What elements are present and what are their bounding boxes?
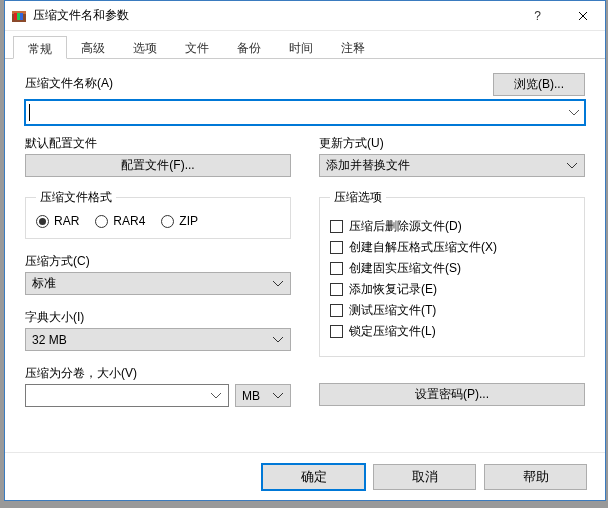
dictionary-size-label: 字典大小(I) bbox=[25, 309, 291, 326]
tab-files[interactable]: 文件 bbox=[171, 36, 223, 59]
archive-options-group: 压缩选项 压缩后删除源文件(D) 创建自解压格式压缩文件(X) 创建固实压缩文件… bbox=[319, 189, 585, 357]
radio-rar[interactable]: RAR bbox=[36, 214, 79, 228]
compression-method-select[interactable]: 标准 bbox=[25, 272, 291, 295]
cancel-button[interactable]: 取消 bbox=[373, 464, 476, 490]
svg-rect-2 bbox=[14, 13, 17, 20]
browse-button[interactable]: 浏览(B)... bbox=[493, 73, 585, 96]
profiles-button[interactable]: 配置文件(F)... bbox=[25, 154, 291, 177]
tab-options[interactable]: 选项 bbox=[119, 36, 171, 59]
archive-format-group: 压缩文件格式 RAR RAR4 ZIP bbox=[25, 189, 291, 239]
split-unit-select[interactable]: MB bbox=[235, 384, 291, 407]
archive-name-input[interactable] bbox=[25, 100, 585, 125]
chevron-down-icon bbox=[270, 273, 286, 294]
ok-button[interactable]: 确定 bbox=[262, 464, 365, 490]
check-lock[interactable]: 锁定压缩文件(L) bbox=[330, 323, 574, 340]
chevron-down-icon bbox=[270, 385, 286, 406]
general-page: 压缩文件名称(A) 浏览(B)... 默认配置文件 配置文件(F)... 更新方… bbox=[5, 59, 605, 452]
dictionary-size-select[interactable]: 32 MB bbox=[25, 328, 291, 351]
split-size-input[interactable] bbox=[25, 384, 229, 407]
chevron-down-icon bbox=[564, 155, 580, 176]
check-solid[interactable]: 创建固实压缩文件(S) bbox=[330, 260, 574, 277]
radio-zip[interactable]: ZIP bbox=[161, 214, 198, 228]
app-icon bbox=[11, 8, 27, 24]
archive-format-legend: 压缩文件格式 bbox=[36, 189, 116, 206]
svg-rect-3 bbox=[17, 13, 20, 20]
tab-time[interactable]: 时间 bbox=[275, 36, 327, 59]
update-mode-label: 更新方式(U) bbox=[319, 135, 585, 152]
update-mode-select[interactable]: 添加并替换文件 bbox=[319, 154, 585, 177]
split-volumes-label: 压缩为分卷，大小(V) bbox=[25, 365, 291, 382]
help-footer-button[interactable]: 帮助 bbox=[484, 464, 587, 490]
chevron-down-icon bbox=[270, 329, 286, 350]
radio-rar4[interactable]: RAR4 bbox=[95, 214, 145, 228]
archive-options-legend: 压缩选项 bbox=[330, 189, 386, 206]
text-cursor bbox=[29, 104, 30, 121]
set-password-button[interactable]: 设置密码(P)... bbox=[319, 383, 585, 406]
window-title: 压缩文件名和参数 bbox=[33, 7, 515, 24]
tab-comment[interactable]: 注释 bbox=[327, 36, 379, 59]
tab-strip: 常规 高级 选项 文件 备份 时间 注释 bbox=[5, 31, 605, 59]
archive-name-label: 压缩文件名称(A) bbox=[25, 75, 113, 92]
dialog-footer: 确定 取消 帮助 bbox=[5, 452, 605, 500]
compression-method-label: 压缩方式(C) bbox=[25, 253, 291, 270]
chevron-down-icon[interactable] bbox=[565, 103, 582, 122]
check-test[interactable]: 测试压缩文件(T) bbox=[330, 302, 574, 319]
check-recovery[interactable]: 添加恢复记录(E) bbox=[330, 281, 574, 298]
check-sfx[interactable]: 创建自解压格式压缩文件(X) bbox=[330, 239, 574, 256]
svg-rect-4 bbox=[20, 13, 23, 20]
tab-advanced[interactable]: 高级 bbox=[67, 36, 119, 59]
tab-backup[interactable]: 备份 bbox=[223, 36, 275, 59]
chevron-down-icon bbox=[208, 385, 224, 406]
help-button[interactable]: ? bbox=[515, 1, 560, 30]
default-profile-label: 默认配置文件 bbox=[25, 135, 291, 152]
close-button[interactable] bbox=[560, 1, 605, 30]
tab-general[interactable]: 常规 bbox=[13, 36, 67, 59]
titlebar: 压缩文件名和参数 ? bbox=[5, 1, 605, 31]
check-delete-after[interactable]: 压缩后删除源文件(D) bbox=[330, 218, 574, 235]
archive-dialog: 压缩文件名和参数 ? 常规 高级 选项 文件 备份 时间 注释 压缩文件名称(A… bbox=[4, 0, 606, 501]
